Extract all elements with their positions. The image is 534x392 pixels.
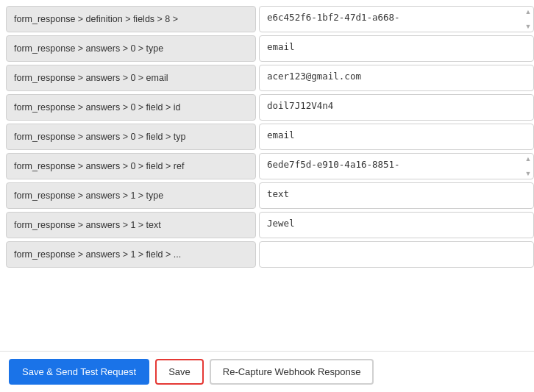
table-row: form_response > answers > 0 > field > re…	[6, 153, 534, 179]
field-value-wrapper	[259, 65, 534, 91]
field-key: form_response > answers > 1 > type	[6, 182, 256, 209]
field-key: form_response > answers > 0 > field > id	[6, 94, 256, 121]
main-container: form_response > definition > fields > 8 …	[0, 0, 534, 392]
field-value-wrapper	[259, 94, 534, 121]
table-row: form_response > answers > 0 > type	[6, 35, 534, 62]
field-value-wrapper	[259, 182, 534, 209]
field-value-input[interactable]	[259, 94, 534, 121]
table-row: form_response > answers > 1 > field > ..…	[6, 241, 534, 268]
field-key: form_response > definition > fields > 8 …	[6, 6, 256, 32]
field-value-wrapper: ▲▼	[259, 6, 534, 32]
field-value-wrapper	[259, 241, 534, 268]
field-value-wrapper: ▲▼	[259, 153, 534, 179]
field-value-wrapper	[259, 124, 534, 150]
field-key: form_response > answers > 0 > type	[6, 35, 256, 62]
table-row: form_response > answers > 0 > field > id	[6, 94, 534, 121]
field-key: form_response > answers > 0 > field > ty…	[6, 124, 256, 150]
field-key: form_response > answers > 0 > email	[6, 65, 256, 91]
field-value-wrapper	[259, 212, 534, 238]
field-value-input[interactable]	[259, 212, 534, 238]
field-key: form_response > answers > 1 > field > ..…	[6, 241, 256, 268]
field-value-input[interactable]	[259, 35, 534, 62]
save-send-test-button[interactable]: Save & Send Test Request	[9, 359, 149, 385]
table-row: form_response > answers > 0 > email	[6, 65, 534, 91]
field-value-input[interactable]	[259, 182, 534, 209]
table-row: form_response > definition > fields > 8 …	[6, 6, 534, 32]
recapture-button[interactable]: Re-Capture Webhook Response	[210, 359, 374, 385]
field-value-wrapper	[259, 35, 534, 62]
table-row: form_response > answers > 1 > text	[6, 212, 534, 238]
footer: Save & Send Test Request Save Re-Capture…	[0, 351, 534, 392]
field-key: form_response > answers > 0 > field > re…	[6, 153, 256, 179]
field-value-input[interactable]	[259, 6, 534, 32]
table-row: form_response > answers > 1 > type	[6, 182, 534, 209]
field-value-input[interactable]	[259, 65, 534, 91]
rows-area[interactable]: form_response > definition > fields > 8 …	[0, 0, 534, 351]
save-button[interactable]: Save	[155, 359, 204, 385]
field-value-input[interactable]	[259, 124, 534, 150]
field-value-input[interactable]	[259, 241, 534, 268]
table-row: form_response > answers > 0 > field > ty…	[6, 124, 534, 150]
field-key: form_response > answers > 1 > text	[6, 212, 256, 238]
field-value-input[interactable]	[259, 153, 534, 179]
